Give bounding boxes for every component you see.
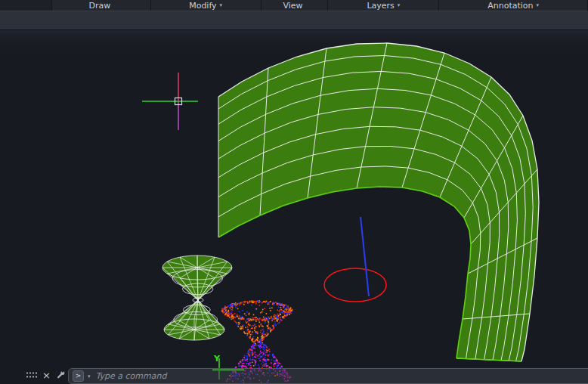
hourglass-wireframe-mesh[interactable] (162, 255, 232, 340)
tab-layers[interactable]: Layers ▾ (327, 0, 438, 11)
tab-modify[interactable]: Modify ▾ (150, 0, 261, 11)
crosshair-cursor (142, 73, 198, 130)
drag-grip-icon[interactable] (26, 371, 37, 379)
command-input[interactable] (94, 368, 588, 384)
chevron-down-icon: ▾ (537, 3, 540, 8)
tab-bar-spacer (0, 0, 51, 11)
model-space-scene[interactable] (0, 30, 588, 384)
tab-draw-label: Draw (88, 1, 110, 11)
red-ellipse[interactable] (324, 268, 386, 302)
command-line-controls: × (26, 367, 66, 383)
tab-draw[interactable]: Draw (51, 0, 150, 11)
ribbon-tab-bar: Draw Modify ▾ View Layers ▾ Annotation ▾ (0, 0, 588, 11)
tab-view-label: View (283, 1, 302, 11)
tab-layers-label: Layers (367, 1, 394, 11)
tab-annotation-label: Annotation (487, 1, 533, 11)
tab-view[interactable]: View (261, 0, 328, 11)
chevron-down-icon: ▾ (220, 3, 223, 8)
close-icon[interactable]: × (42, 370, 51, 380)
command-prompt-icon[interactable]: > (73, 370, 84, 382)
drawing-viewport[interactable]: Y × > ▾ (0, 30, 588, 384)
command-line-bar[interactable]: > ▾ (68, 368, 588, 384)
blue-vertical-line[interactable] (361, 217, 369, 296)
tab-annotation[interactable]: Annotation ▾ (438, 0, 587, 11)
command-history-caret-icon[interactable]: ▾ (88, 373, 91, 379)
ribbon-panel-strip[interactable] (0, 11, 588, 30)
chevron-down-icon: ▾ (398, 3, 401, 8)
tab-modify-label: Modify (189, 1, 216, 11)
ucs-y-label: Y (214, 354, 220, 364)
wrench-icon[interactable] (56, 370, 66, 380)
